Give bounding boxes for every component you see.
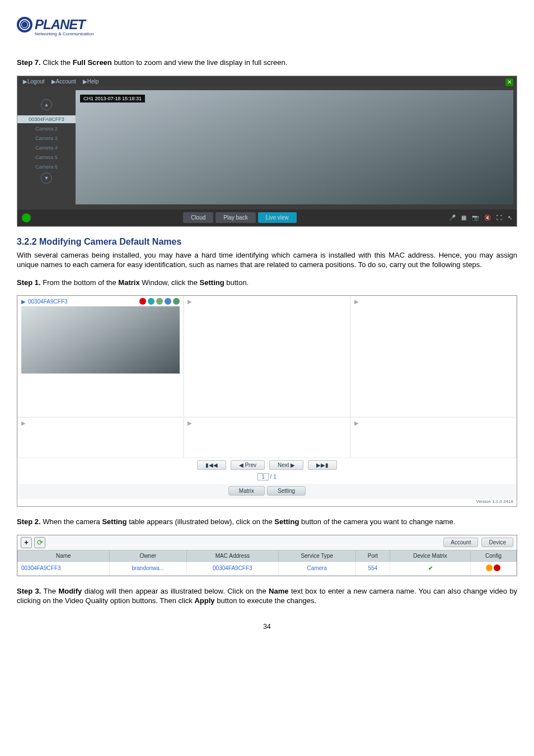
cell-mac: 00304FA9CFF3 <box>187 561 279 575</box>
step1-text: Step 1. From the bottom of the Matrix Wi… <box>17 278 517 288</box>
check-icon: ✔ <box>428 565 433 571</box>
camera-item[interactable]: Camera 2 <box>17 125 76 133</box>
setting-table-screenshot: + ⟳ Account Device Name Owner MAC Addres… <box>17 535 517 576</box>
first-button[interactable]: ▮◀◀ <box>197 460 226 470</box>
close-icon[interactable]: ✕ <box>505 78 513 86</box>
help-link[interactable]: ▶Help <box>83 78 99 85</box>
grid-icon[interactable]: ▦ <box>461 214 466 221</box>
refresh-icon[interactable]: ⟳ <box>34 537 45 548</box>
col-matrix[interactable]: Device Matrix <box>390 550 471 561</box>
device-tab[interactable]: Device <box>481 538 513 547</box>
snapshot-icon[interactable]: 📷 <box>472 214 479 221</box>
play-icon: ▶ <box>354 420 359 426</box>
play-icon: ▶ <box>21 298 26 305</box>
logo-mark-icon <box>17 17 32 32</box>
gear-icon[interactable] <box>486 564 493 571</box>
camera-item[interactable]: Camera 4 <box>17 144 76 152</box>
matrix-cell-empty[interactable]: ▶ <box>184 417 350 458</box>
account-tab[interactable]: Account <box>443 538 478 547</box>
camera-item[interactable]: Camera 3 <box>17 134 76 142</box>
cell-name: 00304FA9CFF3 <box>18 561 110 575</box>
cell-service: Camera <box>278 561 355 575</box>
version-label: Version 1.1.0.2418 <box>17 499 517 506</box>
cell-matrix[interactable]: ✔ <box>390 561 471 575</box>
page-total: / 1 <box>270 474 277 480</box>
ctrl-icon[interactable] <box>165 298 171 305</box>
fullscreen-icon[interactable]: ⛶ <box>496 214 502 221</box>
next-button[interactable]: Next ▶ <box>269 460 303 470</box>
step2-text: Step 2. When the camera Setting table ap… <box>17 517 517 527</box>
page-current[interactable]: 1 <box>257 473 269 480</box>
logout-link[interactable]: ▶Logout <box>23 78 45 85</box>
camera-item[interactable]: Camera 5 <box>17 153 76 161</box>
camera-settings-table: Name Owner MAC Address Service Type Port… <box>17 550 517 576</box>
video-feed: CH1 2013-07-18 15:18:31 <box>76 90 513 204</box>
cell-owner: brandonwa... <box>109 561 187 575</box>
cell-port: 554 <box>355 561 390 575</box>
ctrl-icon[interactable] <box>148 298 154 305</box>
camera-item[interactable]: Camera 6 <box>17 163 76 171</box>
ctrl-icon[interactable] <box>173 298 180 305</box>
rec-icon[interactable] <box>139 298 146 305</box>
tab-liveview[interactable]: Live view <box>258 212 297 223</box>
table-row[interactable]: 00304FA9CFF3 brandonwa... 00304FA9CFF3 C… <box>18 561 517 575</box>
matrix-cell-empty[interactable]: ▶ <box>350 417 517 458</box>
delete-icon[interactable] <box>494 564 500 571</box>
mic-icon[interactable]: 🎤 <box>449 214 456 221</box>
setting-tab[interactable]: Setting <box>267 486 306 496</box>
scroll-up-icon[interactable]: ▲ <box>41 99 52 110</box>
matrix-tab[interactable]: Matrix <box>228 486 265 496</box>
col-name[interactable]: Name <box>18 550 110 561</box>
live-view-screenshot: ▶Logout ▶Account ▶Help ✕ ▲ 00304FA9CFF3 … <box>17 76 517 227</box>
pointer-icon[interactable]: ↖ <box>508 214 512 221</box>
tab-playback[interactable]: Play back <box>216 212 255 223</box>
section-para: With several cameras being installed, yo… <box>17 250 517 270</box>
scroll-down-icon[interactable]: ▼ <box>41 172 52 184</box>
camera-sidebar: ▲ 00304FA9CFF3 Camera 2 Camera 3 Camera … <box>17 87 76 208</box>
matrix-window-screenshot: ▶ 00304FA9CFF3 ▶ ▶ ▶ ▶ ▶ ▮◀◀ ◀ Prev Next… <box>17 295 517 507</box>
mute-icon[interactable]: 🔇 <box>484 214 491 221</box>
camera-item-active[interactable]: 00304FA9CFF3 <box>17 115 76 123</box>
col-service[interactable]: Service Type <box>278 550 355 561</box>
account-link[interactable]: ▶Account <box>51 78 76 85</box>
brand-logo: PLANET Networking & Communication <box>17 17 517 36</box>
cell-config[interactable] <box>470 561 516 575</box>
tab-cloud[interactable]: Cloud <box>183 212 213 223</box>
topbar: ▶Logout ▶Account ▶Help <box>17 76 517 87</box>
camera-thumb <box>21 306 180 374</box>
matrix-cell-1[interactable]: ▶ 00304FA9CFF3 <box>17 296 184 417</box>
col-port[interactable]: Port <box>355 550 390 561</box>
timestamp-overlay: CH1 2013-07-18 15:18:31 <box>80 95 145 102</box>
prev-button[interactable]: ◀ Prev <box>231 460 265 470</box>
last-button[interactable]: ▶▶▮ <box>308 460 337 470</box>
cell-cam-label: 00304FA9CFF3 <box>28 298 68 305</box>
step7-text: Step 7. Click the Full Screen button to … <box>17 58 517 68</box>
section-heading: 3.2.2 Modifying Camera Default Names <box>17 237 517 247</box>
logo-tagline: Networking & Communication <box>17 31 517 36</box>
col-owner[interactable]: Owner <box>109 550 187 561</box>
step3-text: Step 3. The Modify dialog will then appe… <box>17 586 517 606</box>
play-icon: ▶ <box>354 298 359 305</box>
play-icon: ▶ <box>21 420 26 426</box>
page-indicator: 1 / 1 <box>17 472 517 484</box>
ctrl-icon[interactable] <box>156 298 163 305</box>
add-icon[interactable]: + <box>21 537 32 548</box>
col-config[interactable]: Config <box>470 550 516 561</box>
pager-nav: ▮◀◀ ◀ Prev Next ▶ ▶▶▮ <box>17 458 517 472</box>
matrix-cell-empty[interactable]: ▶ <box>17 417 184 458</box>
bottom-toolbar: Cloud Play back Live view 🎤 ▦ 📷 🔇 ⛶ ↖ <box>17 209 517 226</box>
page-number: 34 <box>17 623 517 631</box>
matrix-cell-empty[interactable]: ▶ <box>350 296 517 417</box>
play-icon: ▶ <box>188 420 192 426</box>
play-icon: ▶ <box>188 298 192 305</box>
status-icon <box>22 213 31 222</box>
matrix-cell-empty[interactable]: ▶ <box>184 296 350 417</box>
logo-text: PLANET <box>35 17 85 32</box>
col-mac[interactable]: MAC Address <box>187 550 279 561</box>
